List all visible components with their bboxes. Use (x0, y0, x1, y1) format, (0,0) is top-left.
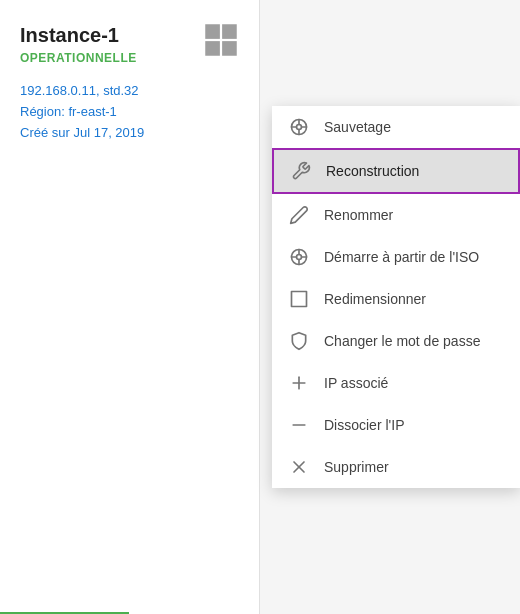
rescue-icon (288, 246, 310, 268)
instance-ip: 192.168.0.11, std.32 (20, 81, 239, 102)
menu-label-password: Changer le mot de passe (324, 333, 480, 349)
context-menu: Sauvetage Reconstruction Renommer Démarr… (272, 106, 520, 488)
menu-label-redimensionner: Redimensionner (324, 291, 426, 307)
menu-label-dissocier: Dissocier l'IP (324, 417, 404, 433)
resize-icon (288, 288, 310, 310)
instance-card: Instance-1 OPERATIONNELLE 192.168.0.11, … (0, 0, 260, 614)
menu-item-redimensionner[interactable]: Redimensionner (272, 278, 520, 320)
wrench-icon (290, 160, 312, 182)
menu-item-sauvetage[interactable]: Sauvetage (272, 106, 520, 148)
svg-rect-3 (222, 41, 237, 56)
menu-item-ip-assoc[interactable]: IP associé (272, 362, 520, 404)
rescue-icon (288, 116, 310, 138)
instance-created: Créé sur Jul 17, 2019 (20, 123, 239, 144)
menu-label-ip-assoc: IP associé (324, 375, 388, 391)
menu-item-supprimer[interactable]: Supprimer (272, 446, 520, 488)
plus-icon (288, 372, 310, 394)
svg-rect-2 (205, 41, 220, 56)
svg-rect-0 (205, 24, 220, 39)
menu-item-password[interactable]: Changer le mot de passe (272, 320, 520, 362)
menu-item-iso[interactable]: Démarre à partir de l'ISO (272, 236, 520, 278)
menu-label-sauvetage: Sauvetage (324, 119, 391, 135)
instance-meta: 192.168.0.11, std.32 Région: fr-east-1 C… (20, 81, 239, 143)
menu-label-reconstruction: Reconstruction (326, 163, 419, 179)
menu-item-dissocier[interactable]: Dissocier l'IP (272, 404, 520, 446)
menu-item-reconstruction[interactable]: Reconstruction (272, 148, 520, 194)
close-icon (288, 456, 310, 478)
instance-region: Région: fr-east-1 (20, 102, 239, 123)
menu-label-supprimer: Supprimer (324, 459, 389, 475)
menu-label-renommer: Renommer (324, 207, 393, 223)
windows-icon (203, 22, 239, 58)
minus-icon (288, 414, 310, 436)
svg-rect-16 (292, 292, 307, 307)
svg-rect-1 (222, 24, 237, 39)
pencil-icon (288, 204, 310, 226)
menu-label-iso: Démarre à partir de l'ISO (324, 249, 479, 265)
shield-icon (288, 330, 310, 352)
menu-item-renommer[interactable]: Renommer (272, 194, 520, 236)
